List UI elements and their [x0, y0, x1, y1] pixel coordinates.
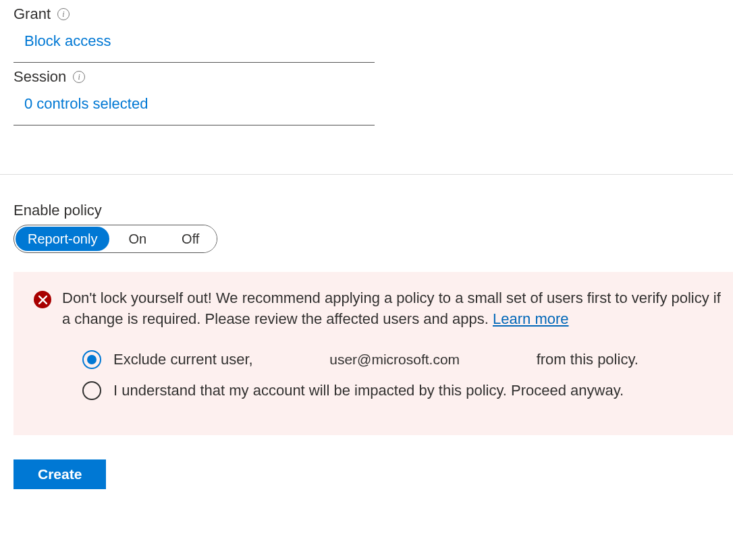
radio-understand[interactable] [82, 381, 101, 400]
toggle-report-only[interactable]: Report-only [16, 227, 109, 251]
warning-box: Don't lock yourself out! We recommend ap… [13, 272, 733, 435]
session-value-link[interactable]: 0 controls selected [13, 88, 375, 125]
info-icon[interactable]: i [73, 71, 85, 83]
session-section: Session i 0 controls selected [0, 63, 388, 125]
grant-section: Grant i Block access [0, 0, 388, 63]
warning-message: Don't lock yourself out! We recommend ap… [62, 289, 721, 327]
grant-label: Grant [13, 5, 51, 23]
exclude-prefix: Exclude current user, [113, 351, 253, 368]
session-header: Session i [13, 63, 375, 88]
radio-exclude-label: Exclude current user, user@microsoft.com… [113, 351, 639, 368]
exclude-suffix: from this policy. [537, 351, 639, 368]
grant-header: Grant i [13, 0, 375, 26]
radio-row-understand: I understand that my account will be imp… [82, 381, 726, 400]
enable-policy-section: Enable policy Report-only On Off [0, 175, 733, 253]
warning-text: Don't lock yourself out! We recommend ap… [62, 288, 726, 330]
enable-policy-toggle: Report-only On Off [13, 225, 217, 253]
enable-policy-label: Enable policy [13, 202, 720, 219]
warning-radio-group: Exclude current user, user@microsoft.com… [82, 350, 726, 400]
toggle-on[interactable]: On [111, 225, 164, 252]
radio-understand-label: I understand that my account will be imp… [113, 382, 624, 399]
divider [13, 125, 375, 125]
exclude-email: user@microsoft.com [253, 352, 537, 368]
toggle-off[interactable]: Off [164, 225, 217, 252]
info-icon[interactable]: i [57, 8, 70, 20]
radio-row-exclude: Exclude current user, user@microsoft.com… [82, 350, 726, 369]
error-icon [34, 291, 51, 308]
radio-exclude-user[interactable] [82, 350, 101, 369]
session-label: Session [13, 68, 66, 86]
grant-value-link[interactable]: Block access [13, 26, 375, 62]
create-button[interactable]: Create [13, 459, 106, 489]
learn-more-link[interactable]: Learn more [493, 310, 569, 327]
warning-header: Don't lock yourself out! We recommend ap… [34, 288, 726, 330]
